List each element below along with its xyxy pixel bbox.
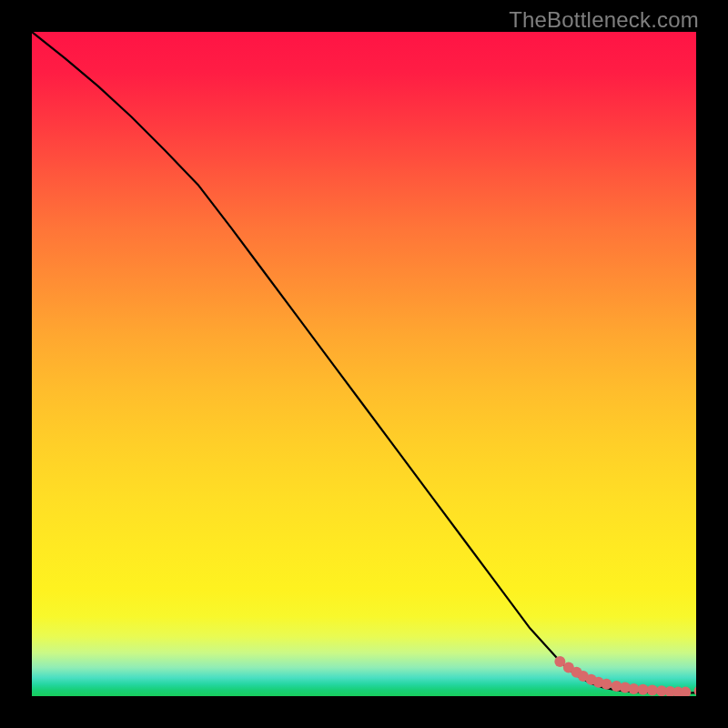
svg-point-9 [628, 683, 639, 694]
svg-point-16 [694, 685, 696, 696]
curve-line [32, 32, 696, 693]
svg-point-11 [647, 684, 658, 695]
chart-svg [32, 32, 696, 696]
watermark-text: TheBottleneck.com [509, 7, 699, 33]
plot-area [32, 32, 696, 696]
chart-frame: TheBottleneck.com [0, 0, 728, 728]
svg-point-10 [638, 684, 649, 695]
svg-point-6 [601, 679, 612, 690]
marker-points [554, 656, 696, 696]
